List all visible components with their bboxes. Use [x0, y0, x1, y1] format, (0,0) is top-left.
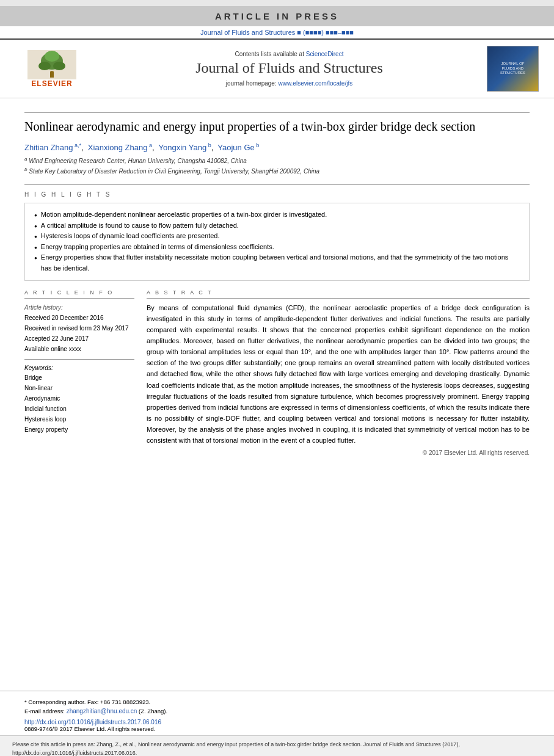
- highlight-1: ● Motion amplitude-dependent nonlinear a…: [34, 209, 520, 220]
- highlight-3: ● Hysteresis loops of dynamic load coeff…: [34, 231, 520, 242]
- aip-banner-text: ARTICLE IN PRESS: [215, 11, 339, 21]
- sciencedirect-line: Contents lists available at ScienceDirec…: [98, 51, 481, 57]
- footer-area: * Corresponding author. Fax: +86 731 888…: [0, 691, 554, 735]
- page: ARTICLE IN PRESS Journal of Fluids and S…: [0, 6, 554, 756]
- available-date: Available online xxxx: [24, 344, 134, 354]
- bullet-2: ●: [34, 223, 37, 231]
- author-4: Yaojun Ge: [217, 143, 254, 152]
- footer-rights: 0889-9746/© 2017 Elsevier Ltd. All right…: [24, 725, 530, 732]
- doi-link[interactable]: http://dx.doi.org/10.1016/j.jfluidstruct…: [24, 719, 530, 725]
- abstract-text: By means of computational fluid dynamics…: [147, 302, 530, 446]
- journal-header: ELSEVIER Contents lists available at Sci…: [0, 38, 554, 98]
- author-1: Zhitian Zhang: [24, 143, 73, 152]
- highlight-4: ● Energy trapping properties are obtaine…: [34, 242, 520, 253]
- revised-date: Received in revised form 23 May 2017: [24, 323, 134, 333]
- publisher-logo-area: ELSEVIER: [12, 50, 92, 88]
- abstract-column: A B S T R A C T By means of computationa…: [147, 289, 530, 457]
- journal-cover-area: JOURNAL OFFLUIDS ANDSTRUCTURES: [487, 46, 542, 92]
- keywords-divider: [24, 359, 134, 360]
- highlight-5: ● Energy properties show that flutter in…: [34, 252, 520, 274]
- copyright-line: © 2017 Elsevier Ltd. All rights reserved…: [147, 449, 530, 456]
- title-divider: [24, 112, 530, 113]
- keyword-2: Non-linear: [24, 383, 134, 393]
- sciencedirect-link[interactable]: ScienceDirect: [306, 51, 344, 57]
- affiliation-a: a Wind Engineering Research Center, Huna…: [24, 156, 530, 165]
- journal-homepage: journal homepage: www.elsevier.com/locat…: [98, 80, 481, 87]
- citation-bar: Please cite this article in press as: Zh…: [0, 735, 554, 756]
- received-date: Received 20 December 2016: [24, 313, 134, 323]
- elsevier-tree-icon: [27, 50, 76, 79]
- aip-banner: ARTICLE IN PRESS: [0, 6, 554, 26]
- highlight-2: ● A critical amplitude is found to cause…: [34, 220, 520, 231]
- keyword-6: Energy property: [24, 424, 134, 435]
- svg-point-4: [53, 62, 65, 70]
- accepted-date: Accepted 22 June 2017: [24, 333, 134, 344]
- abstract-label: A B S T R A C T: [147, 289, 530, 299]
- article-info-column: A R T I C L E I N F O Article history: R…: [24, 289, 134, 457]
- citation-text: Please cite this article in press as: Zh…: [12, 741, 460, 756]
- svg-point-5: [45, 51, 59, 62]
- journal-info-center: Contents lists available at ScienceDirec…: [92, 51, 487, 87]
- two-column-section: A R T I C L E I N F O Article history: R…: [24, 289, 530, 457]
- affiliation-b: b State Key Laboratory of Disaster Reduc…: [24, 166, 530, 176]
- svg-point-6: [51, 71, 53, 73]
- journal-ref-bar: Journal of Fluids and Structures ■ (■■■■…: [0, 26, 554, 38]
- article-info-label: A R T I C L E I N F O: [24, 289, 134, 299]
- svg-point-3: [38, 62, 51, 70]
- highlights-label: H I G H L I G H T S: [24, 191, 530, 198]
- doi-anchor[interactable]: http://dx.doi.org/10.1016/j.jfluidstruct…: [24, 719, 161, 725]
- bullet-1: ●: [34, 212, 37, 220]
- bullet-5: ●: [34, 255, 37, 263]
- article-title: Nonlinear aerodynamic and energy input p…: [24, 118, 530, 135]
- bullet-3: ●: [34, 233, 37, 241]
- authors-line: Zhitian Zhang a,*, Xianxiong Zhang a, Yo…: [24, 142, 530, 152]
- cover-text: JOURNAL OFFLUIDS ANDSTRUCTURES: [499, 60, 527, 77]
- email-note: E-mail address: zhangzhitian@hnu.edu.cn …: [24, 707, 530, 716]
- journal-homepage-link[interactable]: www.elsevier.com/locate/jfs: [278, 80, 352, 87]
- keyword-4: Indicial function: [24, 404, 134, 414]
- main-content: Nonlinear aerodynamic and energy input p…: [0, 98, 554, 686]
- affiliations: a Wind Engineering Research Center, Huna…: [24, 156, 530, 176]
- email-link[interactable]: zhangzhitian@hnu.edu.cn: [67, 708, 137, 714]
- keyword-3: Aerodynamic: [24, 393, 134, 404]
- section-divider-1: [24, 184, 530, 185]
- highlights-box: ● Motion amplitude-dependent nonlinear a…: [24, 203, 530, 281]
- journal-title: Journal of Fluids and Structures: [98, 60, 481, 76]
- keyword-1: Bridge: [24, 373, 134, 383]
- corresponding-note: * Corresponding author. Fax: +86 731 888…: [24, 697, 530, 707]
- keywords-title: Keywords:: [24, 365, 134, 371]
- author-3: Yongxin Yang: [159, 143, 207, 152]
- journal-ref-text: Journal of Fluids and Structures ■ (■■■■…: [200, 29, 354, 36]
- author-2: Xianxiong Zhang: [88, 143, 148, 152]
- history-label: Article history:: [24, 302, 134, 313]
- bullet-4: ●: [34, 244, 37, 252]
- keyword-5: Hysteresis loop: [24, 414, 134, 424]
- journal-cover-image: JOURNAL OFFLUIDS ANDSTRUCTURES: [487, 46, 539, 92]
- article-history: Article history: Received 20 December 20…: [24, 302, 134, 354]
- elsevier-wordmark: ELSEVIER: [31, 79, 72, 88]
